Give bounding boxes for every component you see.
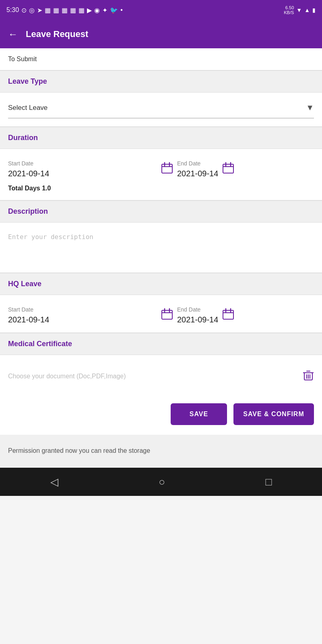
back-button[interactable]: ← [8, 29, 18, 40]
end-date-wrapper: End Date 2021-09-14 [177, 160, 218, 178]
hq-date-row: Start Date 2021-09-14 End Date 2021-09-1… [8, 306, 314, 324]
grid-icon1: ▦ [53, 6, 59, 14]
start-date-value[interactable]: 2021-09-14 [8, 169, 161, 178]
battery-icon: ▮ [312, 7, 316, 13]
permission-text: Permission granted now you can read the … [8, 446, 314, 456]
app-icon1: ◉ [94, 6, 100, 14]
signal-icon: ▲ [304, 7, 310, 13]
hq-start-date-col: Start Date 2021-09-14 [8, 306, 161, 324]
select-leave-placeholder: Select Leave [8, 104, 47, 112]
calendar-icon: ▦ [45, 6, 51, 14]
save-button[interactable]: SAVE [171, 403, 227, 425]
total-days: Total Days 1.0 [8, 185, 314, 192]
feather-icon: ✦ [102, 6, 107, 14]
duration-title: Duration [8, 134, 38, 142]
grid-icon2: ▦ [62, 6, 68, 14]
select-leave-display[interactable]: Select Leave ▼ [8, 101, 314, 115]
start-date-label: Start Date [8, 160, 161, 167]
description-section-header: Description [0, 200, 322, 223]
hq-end-date-label: End Date [177, 306, 218, 313]
select-leave-container[interactable]: Select Leave ▼ [8, 101, 314, 118]
duration-content: Start Date 2021-09-14 End Date 2021-09-1… [0, 149, 322, 200]
time-display: 5:30 [6, 6, 19, 14]
youtube-icon: ▶ [87, 6, 92, 14]
wifi-icon: ▼ [296, 7, 302, 13]
page-title: Leave Request [26, 29, 88, 39]
leave-type-section-header: Leave Type [0, 70, 322, 93]
description-input[interactable] [8, 231, 314, 263]
hq-end-calendar-icon[interactable] [222, 308, 234, 323]
description-content [0, 223, 322, 272]
svg-rect-4 [223, 164, 233, 173]
to-submit-label: To Submit [8, 56, 37, 62]
doc-row: Choose your document (Doc,PDF,Image) [8, 363, 314, 387]
buttons-row: SAVE SAVE & CONFIRM [0, 395, 322, 435]
hq-leave-content: Start Date 2021-09-14 End Date 2021-09-1… [0, 295, 322, 332]
svg-rect-12 [223, 310, 233, 319]
hq-start-date-value[interactable]: 2021-09-14 [8, 315, 161, 324]
start-calendar-icon[interactable] [161, 162, 173, 177]
description-title: Description [8, 207, 48, 215]
hq-start-calendar-icon[interactable] [161, 308, 173, 323]
svg-rect-8 [162, 310, 172, 319]
dropdown-arrow-icon: ▼ [306, 103, 314, 112]
app-bar: ← Leave Request [0, 20, 322, 48]
nav-back-icon[interactable]: ◁ [50, 476, 58, 488]
leave-type-content: Select Leave ▼ [0, 93, 322, 126]
hq-leave-title: HQ Leave [8, 280, 41, 288]
status-bar-left: 5:30 ⊙ ◎ ➤ ▦ ▦ ▦ ▦ ▦ ▶ ◉ ✦ 🐦 • [6, 6, 123, 14]
speed-display: 6.50 KB/S [284, 5, 294, 15]
duration-section-header: Duration [0, 127, 322, 149]
twitter-icon: 🐦 [110, 6, 118, 14]
nav-bar: ◁ ○ □ [0, 468, 322, 496]
end-date-col: End Date 2021-09-14 [161, 160, 314, 178]
end-calendar-icon[interactable] [222, 162, 234, 177]
medical-cert-content: Choose your document (Doc,PDF,Image) [0, 355, 322, 395]
navigation-icon: ➤ [37, 6, 42, 14]
start-date-col: Start Date 2021-09-14 [8, 160, 161, 178]
permission-footer: Permission granted now you can read the … [0, 435, 322, 468]
save-confirm-button[interactable]: SAVE & CONFIRM [233, 403, 314, 425]
doc-placeholder-label[interactable]: Choose your document (Doc,PDF,Image) [8, 373, 303, 380]
end-date-label: End Date [177, 160, 218, 167]
to-submit-row: To Submit [0, 48, 322, 70]
delete-icon[interactable] [303, 369, 314, 383]
medical-cert-section-header: Medical Certificate [0, 333, 322, 355]
svg-rect-0 [162, 164, 172, 173]
maps-icon: ◎ [29, 6, 35, 14]
nav-home-icon[interactable]: ○ [159, 476, 165, 488]
medical-cert-title: Medical Certificate [8, 340, 72, 348]
duration-date-row: Start Date 2021-09-14 End Date 2021-09-1… [8, 160, 314, 178]
hq-leave-section-header: HQ Leave [0, 273, 322, 295]
dot-icon: • [120, 6, 123, 14]
hq-end-date-value[interactable]: 2021-09-14 [177, 315, 218, 324]
end-date-value[interactable]: 2021-09-14 [177, 169, 218, 178]
hq-end-date-wrapper: End Date 2021-09-14 [177, 306, 218, 324]
status-bar: 5:30 ⊙ ◎ ➤ ▦ ▦ ▦ ▦ ▦ ▶ ◉ ✦ 🐦 • 6.50 KB/S… [0, 0, 322, 20]
hq-start-date-label: Start Date [8, 306, 161, 313]
grid-icon3: ▦ [70, 6, 76, 14]
status-bar-right: 6.50 KB/S ▼ ▲ ▮ [284, 5, 316, 15]
hq-end-date-col: End Date 2021-09-14 [161, 306, 314, 324]
whatsapp-icon: ⊙ [21, 6, 27, 14]
grid-icon4: ▦ [78, 6, 85, 14]
leave-type-title: Leave Type [8, 77, 47, 85]
nav-recent-icon[interactable]: □ [266, 476, 272, 488]
